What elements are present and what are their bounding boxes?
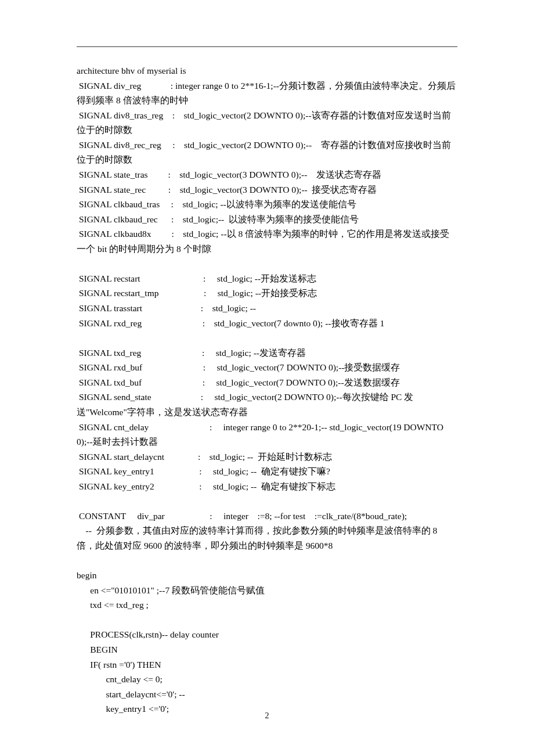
code-line: SIGNAL state_tras : std_logic_vector(3 D… [77, 170, 381, 179]
code-line: SIGNAL div8_rec_reg : std_logic_vector(2… [77, 140, 451, 165]
code-line: SIGNAL start_delaycnt : std_logic; -- 开始… [77, 452, 332, 462]
code-line: SIGNAL recstart_tmp : std_logic; --开始接受标… [77, 288, 317, 298]
code-line: SIGNAL key_entry2 : std_logic; -- 确定有键按下… [77, 481, 335, 491]
code-line: SIGNAL clkbaud_rec : std_logic;-- 以波特率为频… [77, 214, 359, 224]
code-line: BEGIN [77, 645, 118, 654]
code-line: SIGNAL key_entry1 : std_logic; -- 确定有键按下… [77, 466, 330, 476]
code-line: SIGNAL div8_tras_reg : std_logic_vector(… [77, 110, 451, 135]
code-line: SIGNAL clkbaud_tras : std_logic; --以波特率为… [77, 199, 356, 209]
code-line: en <="01010101" ;--7 段数码管使能信号赋值 [77, 585, 265, 595]
code-line: PROCESS(clk,rstn)-- delay counter [77, 629, 219, 639]
code-line: SIGNAL txd_reg : std_logic; --发送寄存器 [77, 348, 306, 358]
code-line: SIGNAL rxd_buf : std_logic_vector(7 DOWN… [77, 362, 400, 372]
code-line: -- 分频参数，其值由对应的波特率计算而得，按此参数分频的时钟频率是波倍特率的 … [77, 525, 439, 550]
document-page: architecture bhv of myserial is SIGNAL d… [0, 0, 534, 756]
code-line: SIGNAL div_reg : integer range 0 to 2**1… [77, 81, 456, 106]
code-line: IF( rstn ='0') THEN [77, 660, 161, 669]
code-line: cnt_delay <= 0; [77, 674, 163, 684]
code-line: SIGNAL clkbaud8x : std_logic; --以 8 倍波特率… [77, 229, 449, 254]
code-line: SIGNAL state_rec : std_logic_vector(3 DO… [77, 185, 377, 195]
code-line: SIGNAL send_state : std_logic_vector(2 D… [77, 392, 413, 417]
code-line: txd <= txd_reg ; [77, 600, 149, 610]
code-line: begin [77, 570, 96, 580]
code-line: architecture bhv of myserial is [77, 66, 186, 75]
code-line: SIGNAL trasstart : std_logic; -- [77, 303, 256, 313]
code-line: start_delaycnt<='0'; -- [77, 689, 185, 699]
code-block: architecture bhv of myserial is SIGNAL d… [77, 63, 457, 717]
code-line: SIGNAL cnt_delay : integer range 0 to 2*… [77, 422, 446, 447]
page-number: 2 [0, 709, 534, 722]
code-line: CONSTANT div_par : integer :=8; --for te… [77, 511, 407, 521]
code-line: SIGNAL rxd_reg : std_logic_vector(7 down… [77, 318, 384, 328]
code-line: SIGNAL txd_buf : std_logic_vector(7 DOWN… [77, 377, 400, 387]
header-divider [77, 46, 457, 47]
code-line: SIGNAL recstart : std_logic; --开始发送标志 [77, 273, 316, 283]
